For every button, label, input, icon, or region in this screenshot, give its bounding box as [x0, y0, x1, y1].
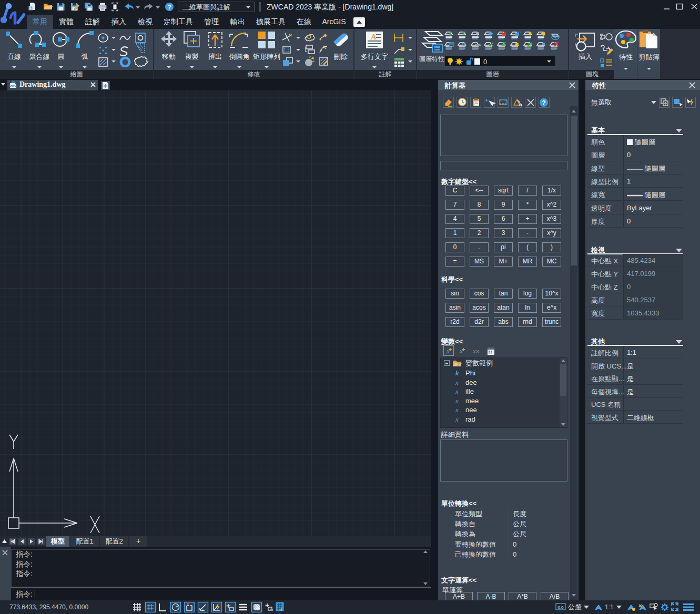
svg-text:A: A	[371, 33, 377, 41]
svg-text:0.0: 0.0	[557, 605, 564, 610]
svg-text:DWG: DWG	[9, 84, 17, 87]
svg-text:?: ?	[167, 4, 171, 11]
svg-text:x: x	[456, 361, 460, 367]
svg-text:x: x	[446, 347, 450, 355]
svg-text:公釐: 公釐	[568, 603, 582, 611]
svg-text:1:1: 1:1	[605, 603, 614, 611]
svg-text:x: x	[472, 347, 476, 355]
svg-text:?: ?	[542, 99, 545, 107]
svg-text:x: x	[459, 347, 463, 355]
